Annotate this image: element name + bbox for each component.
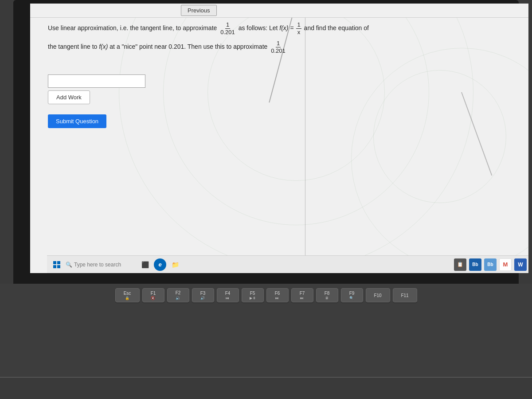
key-f1-inner: F1 🔇 (151, 291, 156, 300)
question-line2-middle: at a "nice" point near 0.201. Then use t… (110, 43, 267, 50)
fraction-3: 1 0.201 (270, 40, 286, 54)
fraction-2: 1 x (296, 21, 301, 35)
word-icon[interactable]: W (514, 258, 527, 271)
blackboard-icon-1[interactable]: Bb (469, 258, 481, 271)
key-f7-sub: ⏭ (300, 296, 304, 300)
key-f3[interactable]: F3 🔊 (192, 288, 214, 302)
search-input[interactable] (74, 262, 136, 268)
screen-bezel: Previous Use linear approximation, i.e. … (13, 0, 519, 284)
key-esc[interactable]: Esc 🔒 (115, 288, 140, 302)
task-view-button[interactable]: ⬛ (139, 258, 151, 271)
equals-sign: = (290, 24, 295, 31)
key-esc-label: Esc (124, 291, 131, 296)
fraction-3-denominator: 0.201 (270, 47, 286, 55)
key-f4-label: F4 (225, 291, 231, 296)
search-icon: 🔍 (66, 262, 72, 268)
question-text: Use linear approximation, i.e. the tange… (48, 21, 511, 35)
question-line1-prefix: Use linear approximation, i.e. the tange… (48, 24, 217, 31)
key-f5-inner: F5 ▶⏸ (250, 291, 256, 300)
fx-label: f(x) (279, 24, 288, 31)
screen: Previous Use linear approximation, i.e. … (30, 4, 528, 273)
key-esc-inner: Esc 🔒 (124, 291, 131, 300)
key-f9-inner: F9 🔍 (349, 291, 355, 300)
key-f3-inner: F3 🔊 (200, 291, 206, 300)
question-area: Use linear approximation, i.e. the tange… (48, 21, 511, 54)
key-esc-sub: 🔒 (125, 296, 129, 300)
key-f2[interactable]: F2 🔉 (167, 288, 189, 302)
key-f9-label: F9 (349, 291, 355, 296)
previous-button[interactable]: Previous (181, 5, 217, 16)
key-f2-inner: F2 🔉 (176, 290, 181, 300)
key-f6-label: F6 (275, 291, 280, 296)
key-f1-label: F1 (151, 291, 156, 296)
taskbar-right-icons: 📋 Bb Bb M W P (454, 258, 528, 271)
key-f2-sub: 🔉 (176, 296, 180, 300)
key-f6[interactable]: F6 ⏭ (266, 288, 289, 302)
taskbar: 🔍 ⬛ e 📁 📋 Bb Bb M (47, 255, 528, 273)
blackboard-icon-2[interactable]: Bb (484, 258, 497, 271)
key-f7-inner: F7 ⏭ (300, 291, 305, 300)
key-f4-sub: ⏮ (226, 296, 229, 300)
fraction-3-numerator: 1 (276, 40, 281, 47)
nav-bar: Previous (30, 4, 528, 18)
key-f3-sub: 🔊 (200, 296, 205, 300)
laptop-body: Previous Use linear approximation, i.e. … (0, 0, 532, 399)
key-f11-label: F11 (401, 293, 408, 298)
key-f5-label: F5 (250, 291, 255, 296)
key-f6-inner: F6 ⏭ (275, 291, 280, 300)
question-and-text: and find the equation of (304, 24, 369, 31)
question-line1-as-follows: as follows: Let (239, 24, 278, 31)
key-f4-inner: F4 ⏮ (225, 291, 231, 300)
key-f9-sub: 🔍 (349, 296, 354, 300)
key-f2-label: F2 (176, 290, 181, 295)
key-f10-label: F10 (374, 293, 381, 298)
question-line2-prefix: the tangent line to (48, 43, 97, 50)
start-grid-cell-1 (53, 261, 56, 264)
key-f9[interactable]: F9 🔍 (341, 288, 363, 302)
question-line2: the tangent line to f(x) at a "nice" poi… (48, 40, 511, 54)
key-f8[interactable]: F8 🖥 (316, 288, 338, 302)
diagonal-line-2 (461, 92, 492, 176)
fraction-1: 1 0.201 (219, 21, 236, 35)
edge-browser-icon[interactable]: e (154, 258, 166, 271)
key-f8-sub: 🖥 (325, 296, 329, 300)
key-f8-label: F8 (325, 291, 330, 296)
fraction-2-denominator: x (297, 29, 301, 36)
start-grid-cell-3 (53, 265, 56, 268)
start-grid-cell-2 (57, 261, 60, 264)
answer-input-box[interactable] (48, 74, 145, 88)
fraction-1-numerator: 1 (225, 21, 230, 29)
key-f6-sub: ⏭ (275, 296, 279, 300)
gmail-icon[interactable]: M (499, 258, 512, 271)
start-icon (53, 261, 60, 268)
key-f11[interactable]: F11 (393, 288, 417, 302)
key-f4[interactable]: F4 ⏮ (217, 288, 239, 302)
add-work-button[interactable]: Add Work (48, 90, 90, 104)
key-f7[interactable]: F7 ⏭ (291, 288, 313, 302)
fx2-label: f(x) (99, 43, 110, 50)
key-f11-inner: F11 (401, 293, 408, 298)
taskbar-search-area[interactable]: 🔍 (66, 262, 136, 268)
key-f5-sub: ▶⏸ (250, 296, 256, 300)
submit-question-button[interactable]: Submit Question (48, 114, 106, 128)
key-f1-sub: 🔇 (151, 296, 155, 300)
start-grid-cell-4 (57, 265, 60, 268)
key-f10[interactable]: F10 (366, 288, 390, 302)
laptop-bottom (0, 377, 532, 399)
key-f8-inner: F8 🖥 (325, 291, 330, 300)
key-f1[interactable]: F1 🔇 (142, 288, 164, 302)
function-key-row: Esc 🔒 F1 🔇 F2 🔉 F3 🔊 (115, 288, 417, 302)
start-button[interactable] (51, 258, 63, 271)
file-explorer-icon[interactable]: 📁 (169, 258, 181, 271)
key-f7-label: F7 (300, 291, 305, 296)
key-f10-inner: F10 (374, 293, 381, 298)
fraction-2-numerator: 1 (296, 21, 301, 29)
taskbar-app-icon-1[interactable]: 📋 (454, 258, 466, 271)
fraction-1-denominator: 0.201 (219, 29, 236, 36)
key-f5[interactable]: F5 ▶⏸ (242, 288, 264, 302)
key-f3-label: F3 (200, 291, 206, 296)
